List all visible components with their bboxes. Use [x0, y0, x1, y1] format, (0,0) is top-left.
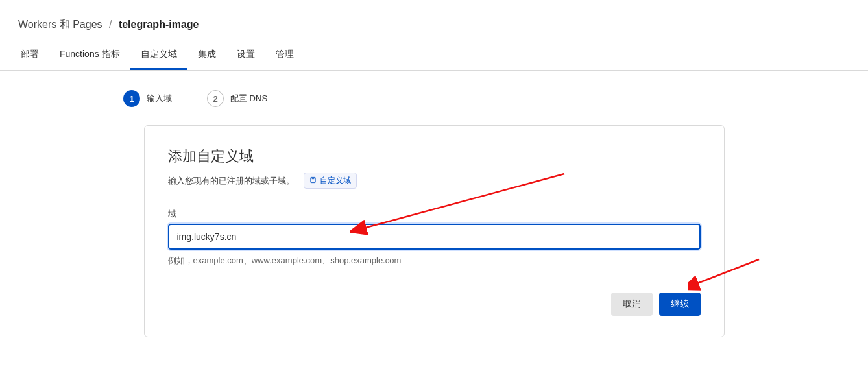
breadcrumb: Workers 和 Pages / telegraph-image — [0, 0, 868, 42]
tab-custom-domains[interactable]: 自定义域 — [130, 42, 187, 70]
doc-link-custom-domains[interactable]: 自定义域 — [304, 173, 357, 189]
stepper: 1 输入域 2 配置 DNS — [0, 90, 868, 107]
step-2-label: 配置 DNS — [230, 93, 267, 104]
content-area: 1 输入域 2 配置 DNS 添加自定义域 输入您现有的已注册的域或子域。 自定… — [0, 71, 868, 337]
step-2-circle: 2 — [207, 90, 224, 107]
domain-field-label: 域 — [168, 208, 701, 220]
card-subtitle-row: 输入您现有的已注册的域或子域。 自定义域 — [168, 173, 701, 189]
tab-functions-metrics[interactable]: Functions 指标 — [49, 42, 130, 70]
tab-manage[interactable]: 管理 — [265, 42, 304, 70]
step-1-circle: 1 — [123, 90, 140, 107]
breadcrumb-parent[interactable]: Workers 和 Pages — [18, 19, 102, 30]
doc-link-label: 自定义域 — [320, 175, 351, 186]
tabs-nav: 部署 Functions 指标 自定义域 集成 设置 管理 — [0, 42, 868, 71]
card-title: 添加自定义域 — [168, 147, 701, 166]
tab-deploy[interactable]: 部署 — [10, 42, 49, 70]
button-row: 取消 继续 — [168, 293, 701, 316]
card-subtitle: 输入您现有的已注册的域或子域。 — [168, 175, 295, 187]
breadcrumb-separator: / — [109, 19, 112, 30]
step-1-label: 输入域 — [147, 93, 172, 104]
continue-button[interactable]: 继续 — [659, 293, 701, 316]
domain-input[interactable] — [168, 224, 701, 250]
cancel-button[interactable]: 取消 — [611, 293, 653, 316]
add-domain-card: 添加自定义域 输入您现有的已注册的域或子域。 自定义域 域 例如，example… — [144, 125, 725, 337]
tab-settings[interactable]: 设置 — [226, 42, 265, 70]
breadcrumb-current: telegraph-image — [119, 19, 199, 30]
domain-hint: 例如，example.com、www.example.com、shop.exam… — [168, 255, 701, 267]
step-1: 1 输入域 — [123, 90, 172, 107]
tab-integrations[interactable]: 集成 — [187, 42, 226, 70]
step-2: 2 配置 DNS — [207, 90, 267, 107]
doc-icon — [309, 176, 317, 186]
step-connector — [180, 99, 199, 99]
